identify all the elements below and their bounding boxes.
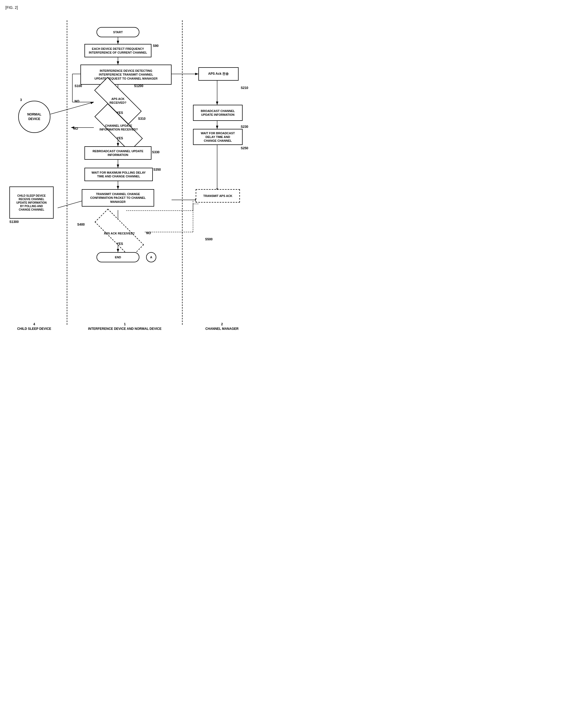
lane4-label: 4 CHILD SLEEP DEVICE [5, 322, 63, 331]
s250-label: S250 [241, 146, 248, 150]
yes2-label: YES [116, 136, 123, 140]
s100-label: S100 [74, 84, 82, 88]
yes3-label: YES [116, 242, 123, 246]
s500-label: S500 [205, 238, 212, 241]
s230-label: S230 [241, 125, 248, 129]
transmit-aps-ack-box: TRANSMIT APS ACK [196, 189, 240, 203]
s90-box: EACH DEVICE DETECT FREQUENCY INTERFERENC… [84, 44, 151, 57]
lane2-label: 2 CHANNEL MANAGER [184, 322, 260, 331]
aps-ack-send-box: APS Ack 전송 [198, 67, 239, 81]
normal-device-num: 3 [20, 98, 22, 102]
normal-device-circle: NORMAL DEVICE [18, 101, 50, 133]
broadcast-channel-box: BROADCAST CHANNEL UPDATE INFORMATION [193, 105, 243, 121]
wait-polling-box: WAIT FOR MAXIMUM POLLING DELAY TIME AND … [84, 168, 153, 181]
s1300-label: S1300 [9, 220, 19, 224]
no2-label: NO [73, 127, 78, 131]
s310-label: S310 [138, 117, 145, 120]
a-circle: A [146, 252, 156, 262]
aps-ack-received2-diamond: APS ACK RECEIVED? [95, 209, 144, 258]
svg-line-28 [50, 102, 94, 114]
lane1-label: 1 INTERFERENCE DEVICE AND NORMAL DEVICE [64, 322, 186, 331]
transmit-channel-box: TRANSMIT CHANNEL CHANGE CONFIRMATION PAC… [82, 189, 154, 207]
s1200-label: S1200 [134, 84, 143, 88]
no1-label: NO [74, 99, 79, 103]
diagram-container: START EACH DEVICE DETECT FREQUENCY INTER… [5, 12, 263, 334]
s210-label: S210 [241, 86, 248, 90]
s90-label: S90 [153, 44, 159, 48]
interference-box: INTERFERENCE DEVICE DETECTING INTERFEREN… [80, 65, 172, 85]
rebroadcast-box: REBROADCAST CHANNEL UPDATE INFORMATION [84, 146, 151, 160]
child-sleep-box: CHILD SLEEP DEVICE RECEIVE CHANNEL UPDAT… [9, 186, 54, 219]
end-node: END [97, 252, 139, 262]
no3-label: NO [146, 231, 151, 235]
s400-label: S400 [77, 223, 85, 226]
start-node: START [97, 27, 139, 37]
s350-label: S350 [153, 168, 161, 172]
s330-label: S330 [152, 150, 160, 154]
wait-broadcast-box: WAIT FOR BROADCAST DELAY TIME AND CHANGE… [193, 129, 243, 145]
fig-label: [FIG. 2] [5, 5, 263, 10]
